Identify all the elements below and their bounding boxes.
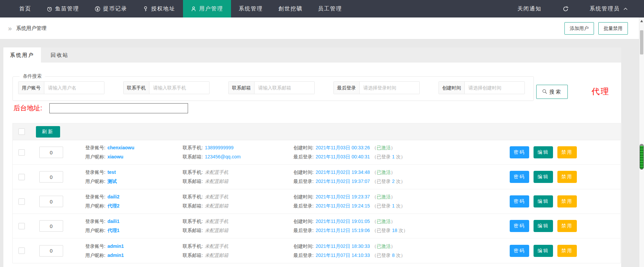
nav-item-withdraw-records[interactable]: 提币记录 <box>87 0 135 17</box>
account-cell: 登录账号:test 用户昵称:测试 <box>85 168 183 186</box>
table-row: 登录账号:chenxiaowu 用户昵称:xiaowu 联系手机:1389999… <box>13 140 620 165</box>
table-row: 登录账号:daili2 用户昵称:代理2 联系手机:未配置手机 联系邮箱:未配置… <box>13 189 620 214</box>
sort-number-input[interactable] <box>39 245 63 257</box>
agent-role-text: 代理 <box>592 86 610 97</box>
scrollbar-up-arrow-icon[interactable] <box>640 20 643 22</box>
refresh-button[interactable]: 刷新 <box>36 126 60 138</box>
table-row: 登录账号:test 用户昵称:测试 联系手机:未配置手机 联系邮箱:未配置邮箱 … <box>13 165 620 189</box>
row-actions: 密码 编辑 禁用 <box>510 195 577 207</box>
nickname-label: 用户昵称: <box>85 228 105 233</box>
nav-item-label: 授权地址 <box>151 5 175 12</box>
username-input[interactable] <box>44 82 104 94</box>
contact-cell: 联系手机:未配置手机 联系邮箱:未配置邮箱 <box>183 168 293 186</box>
phone-input[interactable] <box>149 82 209 94</box>
row-checkbox[interactable] <box>18 247 25 254</box>
last-login-label: 最后登录: <box>293 228 314 233</box>
disable-button[interactable]: 禁用 <box>557 220 577 232</box>
disable-button[interactable]: 禁用 <box>557 171 577 183</box>
nickname-value[interactable]: xiaowu <box>107 154 123 159</box>
tab-system-users[interactable]: 系统用户 <box>3 47 41 63</box>
disable-button[interactable]: 禁用 <box>557 245 577 257</box>
scrollbar-thumb[interactable] <box>640 30 643 54</box>
edit-button[interactable]: 编辑 <box>534 171 553 183</box>
scroll-indicator-striped[interactable] <box>640 144 644 169</box>
nav-item-system-management[interactable]: 系统管理 <box>231 0 271 17</box>
top-navbar: 首页 鱼苗管理 提币记录 授权地址 用户管理 系统管理 創世挖礦 员工管理 关闭… <box>0 0 644 17</box>
search-fieldset: 条件搜索 用户账号 联系手机 联系邮箱 最后登录 创建时间 <box>12 73 534 101</box>
add-user-button[interactable]: 添加用户 <box>564 22 594 35</box>
phone-label: 联系手机: <box>183 219 203 224</box>
last-login-value: 2021年11月02日 19:37:07 <box>316 179 370 184</box>
fish-fry-icon <box>47 6 52 12</box>
sort-number-input[interactable] <box>39 147 63 158</box>
email-value: 未配置邮箱 <box>205 179 228 184</box>
email-input[interactable] <box>255 82 314 94</box>
field-created-time: 创建时间 <box>439 81 525 94</box>
row-checkbox[interactable] <box>18 149 25 156</box>
field-created-time-label: 创建时间 <box>439 82 465 94</box>
last-login-time-input[interactable] <box>360 82 419 94</box>
row-actions: 密码 编辑 禁用 <box>510 146 577 158</box>
phone-value: 未配置手机 <box>205 169 228 175</box>
disable-button[interactable]: 禁用 <box>557 195 577 207</box>
table-header: 刷新 <box>13 123 620 140</box>
password-button[interactable]: 密码 <box>510 146 529 158</box>
field-email-label: 联系邮箱 <box>229 82 255 94</box>
field-last-login: 最后登录 <box>333 81 420 94</box>
nickname-label: 用户昵称: <box>85 203 105 208</box>
disable-button[interactable]: 禁用 <box>557 146 577 158</box>
refresh-icon[interactable] <box>562 6 569 12</box>
phone-label: 联系手机: <box>183 145 203 150</box>
account-cell: 登录账号:admin1 用户昵称:admin1 <box>85 242 183 260</box>
phone-value: 未配置手机 <box>205 243 228 249</box>
nav-item-genesis-mining[interactable]: 創世挖礦 <box>271 0 310 17</box>
account-value[interactable]: test <box>107 169 116 175</box>
sort-number-input[interactable] <box>39 196 63 207</box>
nav-item-staff-management[interactable]: 员工管理 <box>310 0 350 17</box>
password-button[interactable]: 密码 <box>510 171 529 183</box>
nickname-value[interactable]: 测试 <box>107 179 117 184</box>
password-button[interactable]: 密码 <box>510 245 529 257</box>
account-value[interactable]: admin1 <box>107 243 124 249</box>
search-icon <box>542 89 547 95</box>
nav-item-home[interactable]: 首页 <box>11 0 39 17</box>
nav-item-fish-fry[interactable]: 鱼苗管理 <box>39 0 87 17</box>
login-count-close: 次） <box>396 179 405 184</box>
search-button[interactable]: 搜索 <box>536 85 568 99</box>
row-checkbox[interactable] <box>18 223 25 229</box>
nav-item-user-management[interactable]: 用户管理 <box>183 0 231 17</box>
created-time-input[interactable] <box>465 82 524 94</box>
nickname-label: 用户昵称: <box>85 253 105 258</box>
close-notice-link[interactable]: 关闭通知 <box>517 5 542 12</box>
row-actions: 密码 编辑 禁用 <box>510 220 577 232</box>
account-value[interactable]: daili1 <box>107 219 120 224</box>
row-checkbox[interactable] <box>18 198 25 205</box>
page-scrollbar[interactable] <box>639 17 644 267</box>
nickname-value[interactable]: 代理2 <box>107 203 120 208</box>
nickname-value[interactable]: 代理1 <box>107 228 120 233</box>
edit-button[interactable]: 编辑 <box>534 245 553 257</box>
edit-button[interactable]: 编辑 <box>534 220 553 232</box>
backend-address-input[interactable] <box>49 103 188 113</box>
account-value[interactable]: chenxiaowu <box>107 145 134 150</box>
breadcrumb-chevrons-icon: » <box>8 25 12 32</box>
tab-recycle-bin[interactable]: 回收站 <box>41 47 79 63</box>
current-user-label: 系统管理员 <box>590 5 620 12</box>
table-row: 登录账号:daili1 用户昵称:代理1 联系手机:未配置手机 联系邮箱:未配置… <box>13 214 620 238</box>
sort-number-input[interactable] <box>39 171 63 183</box>
edit-button[interactable]: 编辑 <box>534 195 553 207</box>
row-checkbox[interactable] <box>18 174 25 180</box>
nav-item-authorized-address[interactable]: 授权地址 <box>135 0 183 17</box>
sort-number-input[interactable] <box>39 220 63 232</box>
paren-open: （ <box>372 219 377 224</box>
account-value[interactable]: daili2 <box>107 194 120 199</box>
password-button[interactable]: 密码 <box>510 195 529 207</box>
select-all-checkbox[interactable] <box>18 128 25 135</box>
edit-button[interactable]: 编辑 <box>534 146 553 158</box>
nickname-value[interactable]: admin1 <box>107 253 124 258</box>
user-menu[interactable]: 系统管理员 <box>590 5 628 12</box>
password-button[interactable]: 密码 <box>510 220 529 232</box>
login-count-close: 次） <box>396 253 405 258</box>
time-cell: 创建时间:2021年11月02日 19:01:05（已激活） 最后登录:2021… <box>293 217 495 235</box>
batch-disable-button[interactable]: 批量禁用 <box>598 22 628 35</box>
